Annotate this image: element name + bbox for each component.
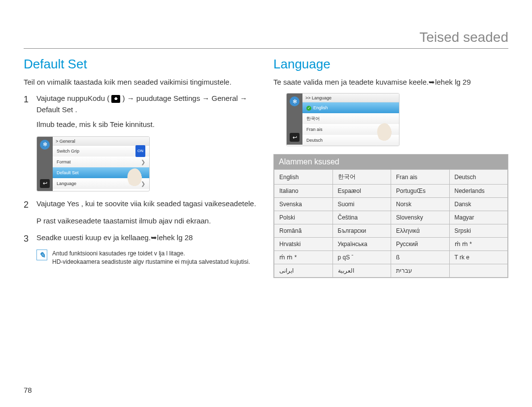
language-cell: Slovensky <box>391 211 450 224</box>
language-cell: English <box>274 170 333 185</box>
lcd-item-label: Switch Grip <box>57 146 79 157</box>
submenu-header: Alammen ksused <box>274 155 508 169</box>
language-cell: العربية <box>332 264 391 278</box>
table-row: HrvatskiУкраїнськаРусскийḿ ṁ * <box>274 238 508 251</box>
language-cell: Fran ais <box>391 170 450 185</box>
step-2-text: Vajutage Yes , kui te soovite viia kıik … <box>36 198 259 212</box>
language-cell: Srpski <box>449 224 508 238</box>
language-cell: Suomi <box>332 198 391 211</box>
language-intro: Te saate valida men ja teadete kuvamise … <box>273 77 508 87</box>
lcd-item-korean: 한국어 <box>302 113 399 124</box>
language-table: English한국어Fran aisDeutschItalianoEspaæol… <box>274 169 508 278</box>
step-number: 1 <box>24 93 32 115</box>
default-set-heading: Default Set <box>24 57 259 72</box>
on-badge: ON <box>135 145 145 157</box>
lcd-item-format: Format ❯ <box>53 157 149 167</box>
language-cell: Русский <box>391 238 450 251</box>
page-number: 78 <box>24 386 32 394</box>
lcd-settings-icon: ✻ <box>290 96 299 106</box>
language-cell: Čeština <box>332 211 391 224</box>
language-cell: Nederlands <box>449 185 508 198</box>
note-icon: ✎ <box>36 250 47 260</box>
touch-hand-icon <box>128 168 144 188</box>
language-cell: Svenska <box>274 198 333 211</box>
language-cell: PortuguŒs <box>391 185 450 198</box>
language-cell: Espaæol <box>332 185 391 198</box>
lcd-item-switch-grip: Switch Grip ON <box>53 146 149 157</box>
language-cell: ḿ ṁ * <box>274 251 333 264</box>
language-cell: Hrvatski <box>274 238 333 251</box>
lcd-item-label: English <box>313 105 328 110</box>
page-header: Teised seaded <box>24 30 508 49</box>
lcd-general-screenshot: ✻ ↩ > General Switch Grip ON Format ❯ De… <box>36 136 150 191</box>
language-cell: Magyar <box>449 211 508 224</box>
language-cell: עברית <box>391 264 450 278</box>
table-row: ItalianoEspaæolPortuguŒsNederlands <box>274 185 508 198</box>
language-cell: ḿ ṁ * <box>449 238 508 251</box>
language-cell: Български <box>332 224 391 238</box>
language-cell <box>449 264 508 278</box>
lcd-item-label: Language <box>57 178 76 189</box>
language-cell: Norsk <box>391 198 450 211</box>
touch-hand-icon <box>377 123 394 143</box>
step-1-sub: Ilmub teade, mis k sib Teie kinnitust. <box>36 119 259 130</box>
lcd-settings-icon: ✻ <box>40 140 50 150</box>
table-row: ḿ ṁ *p qS ˉßT rk e <box>274 251 508 264</box>
table-row: PolskiČeštinaSlovenskyMagyar <box>274 211 508 224</box>
lcd-item-label: Deutsch <box>306 135 323 146</box>
table-row: RomânăБългарскиΕλληνικάSrpski <box>274 224 508 238</box>
language-cell: p qS ˉ <box>332 251 391 264</box>
right-column: Language Te saate valida men ja teadete … <box>273 57 508 278</box>
lcd-item-label: Format <box>57 157 71 167</box>
step-1-text-pre: Vajutage nuppuKodu ( <box>36 94 109 102</box>
step-2-sub: P rast vaikeseadete taastamist ilmub aja… <box>36 216 259 227</box>
step-2: 2 Vajutage Yes , kui te soovite viia kıi… <box>24 198 259 212</box>
chevron-right-icon: ❯ <box>141 157 145 167</box>
language-cell: Deutsch <box>449 170 508 185</box>
language-cell: T rk e <box>449 251 508 264</box>
language-cell: Italiano <box>274 185 333 198</box>
lcd-item-label: Default Set <box>57 167 79 178</box>
lcd-back-icon: ↩ <box>40 179 50 188</box>
language-cell: 한국어 <box>332 170 391 185</box>
lcd-item-english: ✓English <box>302 102 399 113</box>
step-3: 3 Seadke uuesti kuup ev ja kellaaeg.➥leh… <box>24 232 259 246</box>
language-cell: ß <box>391 251 450 264</box>
language-cell: ایرانی <box>274 264 333 278</box>
table-row: ایرانیالعربيةעברית <box>274 264 508 278</box>
language-options-box: Alammen ksused English한국어Fran aisDeutsch… <box>273 154 508 278</box>
language-heading: Language <box>273 57 508 72</box>
note-line-1: Antud funktsiooni kasutades rge toidet v… <box>52 250 250 258</box>
home-icon <box>111 95 120 103</box>
left-column: Default Set Teil on vıimalik taastada kı… <box>24 57 259 278</box>
check-icon: ✓ <box>306 106 311 111</box>
language-cell: Українська <box>332 238 391 251</box>
default-set-intro: Teil on vıimalik taastada kıik men seade… <box>24 77 259 87</box>
language-cell: Dansk <box>449 198 508 211</box>
step-number: 3 <box>24 232 32 246</box>
note-line-2: HD-videokaamera seadistuste algv rtustam… <box>52 258 250 266</box>
lcd-item-label: 한국어 <box>306 113 320 124</box>
step-number: 2 <box>24 198 32 212</box>
lcd-breadcrumb: > General <box>53 137 149 146</box>
language-cell: Polski <box>274 211 333 224</box>
step-1: 1 Vajutage nuppuKodu ( ) → puudutage Set… <box>24 93 259 115</box>
table-row: SvenskaSuomiNorskDansk <box>274 198 508 211</box>
note-block: ✎ Antud funktsiooni kasutades rge toidet… <box>36 250 259 266</box>
table-row: English한국어Fran aisDeutsch <box>274 170 508 185</box>
lcd-back-icon: ↩ <box>290 133 299 142</box>
language-cell: Română <box>274 224 333 238</box>
lcd-item-label: Fran ais <box>306 124 323 135</box>
lcd-breadcrumb: >> Language <box>302 94 399 102</box>
lcd-language-screenshot: ✻ ↩ >> Language ✓English 한국어 Fran ais <box>286 93 399 146</box>
step-3-text: Seadke uuesti kuup ev ja kellaaeg.➥lehek… <box>36 232 259 246</box>
language-cell: Ελληνικά <box>391 224 450 238</box>
